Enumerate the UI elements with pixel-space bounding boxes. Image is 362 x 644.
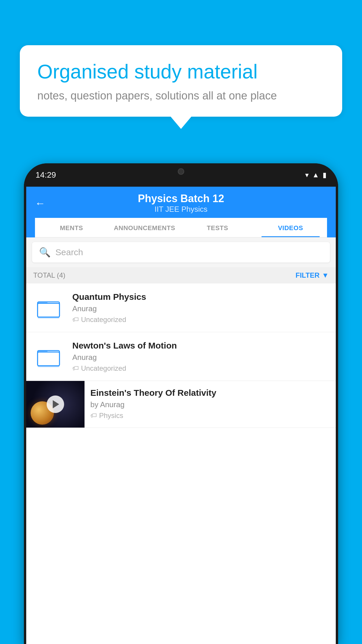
video-tag-einstein: 🏷 Physics (90, 412, 330, 420)
tag-icon: 🏷 (72, 316, 79, 323)
filter-icon: ▼ (322, 271, 329, 279)
phone-frame: 14:29 ▾ ▲ ▮ ← Physics Batch 12 IIT JEE P… (24, 163, 338, 644)
signal-icon: ▲ (312, 171, 319, 179)
speech-bubble: Organised study material notes, question… (20, 45, 342, 117)
video-item-quantum[interactable]: Quantum Physics Anurag 🏷 Uncategorized (26, 284, 336, 332)
time: 14:29 (36, 170, 56, 180)
video-info-quantum: Quantum Physics Anurag 🏷 Uncategorized (72, 292, 329, 324)
battery-icon: ▮ (323, 171, 326, 179)
search-icon: 🔍 (39, 247, 51, 258)
video-author-einstein: by Anurag (90, 400, 330, 409)
search-bar[interactable]: 🔍 Search (32, 242, 330, 262)
headline: Organised study material (37, 60, 325, 84)
video-tag-quantum: 🏷 Uncategorized (72, 316, 329, 324)
video-tag-newton: 🏷 Uncategorized (72, 364, 329, 372)
subtext: notes, question papers, solutions all at… (37, 90, 325, 102)
total-filter-row: TOTAL (4) FILTER ▼ (26, 267, 336, 284)
filter-button[interactable]: FILTER ▼ (296, 271, 329, 279)
video-title-einstein: Einstein's Theory Of Relativity (90, 388, 330, 398)
video-info-newton: Newton's Laws of Motion Anurag 🏷 Uncateg… (72, 341, 329, 372)
video-title-newton: Newton's Laws of Motion (72, 341, 329, 351)
phone-screen: ← Physics Batch 12 IIT JEE Physics MENTS… (26, 187, 336, 644)
play-button[interactable] (47, 396, 64, 413)
back-button[interactable]: ← (35, 197, 45, 209)
svg-rect-3 (38, 303, 59, 317)
folder-thumb-quantum (33, 292, 65, 324)
video-item-einstein[interactable]: Einstein's Theory Of Relativity by Anura… (26, 381, 336, 428)
status-icons: ▾ ▲ ▮ (305, 171, 326, 179)
folder-thumb-newton (33, 340, 65, 372)
tag-icon-einstein: 🏷 (90, 412, 97, 419)
camera (178, 168, 184, 175)
play-icon (53, 400, 59, 408)
search-container: 🔍 Search (26, 237, 336, 267)
tab-videos[interactable]: VIDEOS (254, 218, 327, 237)
tab-bar: MENTS ANNOUNCEMENTS TESTS VIDEOS (35, 218, 327, 237)
tab-tests[interactable]: TESTS (181, 218, 254, 237)
tab-announcements[interactable]: ANNOUNCEMENTS (108, 218, 181, 237)
svg-rect-7 (38, 352, 59, 366)
status-bar: 14:29 ▾ ▲ ▮ (24, 163, 338, 187)
batch-subtitle: IIT JEE Physics (138, 205, 224, 214)
video-thumbnail-einstein (26, 381, 85, 428)
wifi-icon: ▾ (305, 171, 309, 179)
app-header: ← Physics Batch 12 IIT JEE Physics MENTS… (26, 187, 336, 237)
video-author-newton: Anurag (72, 353, 329, 362)
video-item-newton[interactable]: Newton's Laws of Motion Anurag 🏷 Uncateg… (26, 332, 336, 381)
batch-title: Physics Batch 12 (138, 192, 224, 205)
video-list: Quantum Physics Anurag 🏷 Uncategorized (26, 284, 336, 428)
total-label: TOTAL (4) (33, 271, 65, 279)
tab-ments[interactable]: MENTS (35, 218, 108, 237)
video-info-einstein: Einstein's Theory Of Relativity by Anura… (85, 381, 336, 427)
video-title-quantum: Quantum Physics (72, 292, 329, 302)
search-placeholder: Search (55, 247, 83, 257)
video-author-quantum: Anurag (72, 304, 329, 313)
tag-icon-newton: 🏷 (72, 365, 79, 372)
notch (155, 163, 207, 179)
header-title-group: Physics Batch 12 IIT JEE Physics (138, 192, 224, 214)
